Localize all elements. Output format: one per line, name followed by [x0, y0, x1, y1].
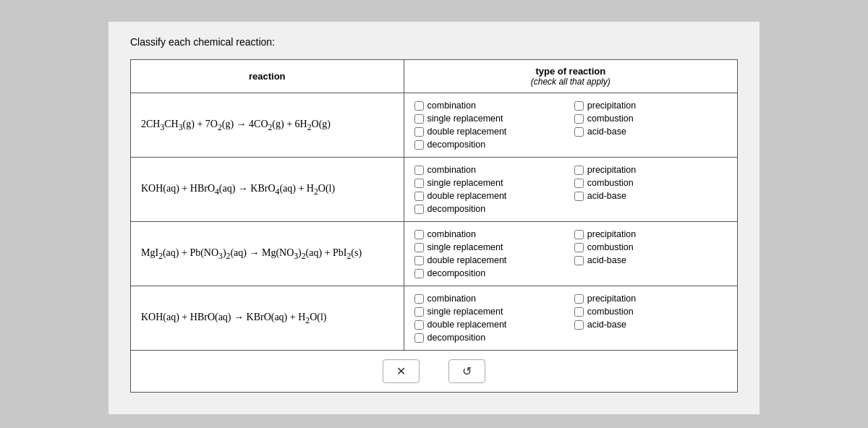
checkbox-item-4-right-2: acid-base	[574, 320, 727, 330]
checkbox-label-3-combination: combination	[427, 229, 476, 239]
undo-button[interactable]: ↺	[448, 359, 485, 383]
checkbox-label-4-double replacement: double replacement	[427, 320, 507, 330]
reaction-cell-4: KOH(aq) + HBrO(aq) → KBrO(aq) + H2O(l)	[131, 286, 404, 351]
checkboxes-cell-3: combinationprecipitationsingle replaceme…	[404, 222, 737, 286]
table-row: 2CH3CH3(g) + 7O2(g) → 4CO2(g) + 6H2O(g)c…	[131, 93, 738, 158]
checkboxes-cell-1: combinationprecipitationsingle replaceme…	[404, 93, 737, 158]
checkbox-4-combination[interactable]	[414, 294, 424, 304]
checkbox-4-acid-base[interactable]	[574, 320, 584, 330]
checkbox-2-combination[interactable]	[414, 166, 424, 175]
checkbox-item-3-right-2: acid-base	[574, 255, 727, 265]
checkbox-item-1-left-0: combination	[414, 100, 567, 111]
checkbox-label-1-acid-base: acid-base	[587, 127, 626, 137]
checkbox-1-decomposition[interactable]	[414, 140, 424, 150]
checkbox-4-decomposition[interactable]	[414, 333, 424, 343]
checkbox-3-combustion[interactable]	[574, 243, 584, 252]
page-title: Classify each chemical reaction:	[130, 36, 738, 48]
checkbox-label-2-combination: combination	[427, 165, 476, 175]
checkbox-label-2-precipitation: precipitation	[587, 165, 636, 175]
checkbox-3-combination[interactable]	[414, 230, 424, 239]
page-container: Classify each chemical reaction: reactio…	[109, 22, 760, 414]
checkbox-item-2-right-1: combustion	[574, 178, 727, 188]
checkbox-1-double replacement[interactable]	[414, 127, 424, 137]
checkbox-label-3-acid-base: acid-base	[587, 255, 626, 265]
reaction-cell-3: MgI2(aq) + Pb(NO3)2(aq) → Mg(NO3)2(aq) +…	[131, 222, 404, 286]
checkbox-4-precipitation[interactable]	[574, 294, 584, 304]
reaction-cell-1: 2CH3CH3(g) + 7O2(g) → 4CO2(g) + 6H2O(g)	[131, 93, 404, 158]
checkbox-2-combustion[interactable]	[574, 179, 584, 188]
checkbox-label-4-decomposition: decomposition	[427, 333, 486, 343]
checkbox-label-4-precipitation: precipitation	[587, 294, 636, 304]
checkbox-item-3-left-0: combination	[414, 229, 567, 239]
checkbox-item-4-left-3: decomposition	[414, 333, 567, 343]
checkbox-1-single replacement[interactable]	[414, 114, 424, 124]
checkbox-label-2-acid-base: acid-base	[587, 191, 626, 201]
checkbox-item-4-right-1: combustion	[574, 307, 727, 317]
checkbox-item-1-left-2: double replacement	[414, 127, 567, 137]
checkbox-4-double replacement[interactable]	[414, 320, 424, 330]
checkbox-item-1-left-3: decomposition	[414, 140, 567, 150]
checkbox-item-4-left-1: single replacement	[414, 307, 567, 317]
checkbox-item-4-right-0: precipitation	[574, 294, 727, 304]
checkbox-label-2-combustion: combustion	[587, 178, 634, 188]
checkbox-item-2-left-1: single replacement	[414, 178, 567, 188]
checkbox-item-3-right-0: precipitation	[574, 229, 727, 239]
checkbox-1-precipitation[interactable]	[574, 101, 584, 111]
checkboxes-cell-2: combinationprecipitationsingle replaceme…	[404, 158, 737, 222]
checkbox-1-combination[interactable]	[414, 101, 424, 111]
reaction-cell-2: KOH(aq) + HBrO4(aq) → KBrO4(aq) + H2O(l)	[131, 158, 404, 222]
checkbox-3-decomposition[interactable]	[414, 269, 424, 278]
checkbox-label-2-decomposition: decomposition	[427, 204, 486, 214]
checkbox-label-4-single replacement: single replacement	[427, 307, 503, 317]
checkbox-label-2-double replacement: double replacement	[427, 191, 507, 201]
table-row: KOH(aq) + HBrO(aq) → KBrO(aq) + H2O(l)co…	[131, 286, 738, 351]
checkbox-label-3-precipitation: precipitation	[587, 229, 636, 239]
type-header-line2: (check all that apply)	[414, 77, 727, 87]
table-row: MgI2(aq) + Pb(NO3)2(aq) → Mg(NO3)2(aq) +…	[131, 222, 738, 286]
checkbox-2-double replacement[interactable]	[414, 192, 424, 201]
checkbox-item-3-left-1: single replacement	[414, 242, 567, 252]
checkbox-label-1-combustion: combustion	[587, 114, 634, 124]
checkbox-2-decomposition[interactable]	[414, 205, 424, 214]
checkbox-2-acid-base[interactable]	[574, 192, 584, 201]
checkbox-label-3-double replacement: double replacement	[427, 255, 507, 265]
checkbox-label-1-single replacement: single replacement	[427, 114, 503, 124]
x-button[interactable]: ✕	[383, 359, 420, 383]
checkbox-1-combustion[interactable]	[574, 114, 584, 124]
checkbox-label-3-decomposition: decomposition	[427, 268, 486, 278]
checkbox-3-single replacement[interactable]	[414, 243, 424, 252]
checkbox-item-4-left-2: double replacement	[414, 320, 567, 330]
checkbox-2-precipitation[interactable]	[574, 166, 584, 175]
checkbox-1-acid-base[interactable]	[574, 127, 584, 137]
checkbox-label-1-precipitation: precipitation	[587, 100, 636, 111]
checkbox-4-single replacement[interactable]	[414, 307, 424, 317]
checkbox-3-acid-base[interactable]	[574, 256, 584, 265]
checkbox-item-4-left-0: combination	[414, 294, 567, 304]
checkbox-label-4-acid-base: acid-base	[587, 320, 626, 330]
checkbox-item-1-right-0: precipitation	[574, 100, 727, 111]
bottom-action-row: ✕ ↺	[130, 351, 738, 393]
checkbox-item-2-left-2: double replacement	[414, 191, 567, 201]
checkbox-2-single replacement[interactable]	[414, 179, 424, 188]
checkbox-item-3-left-2: double replacement	[414, 255, 567, 265]
checkboxes-cell-4: combinationprecipitationsingle replaceme…	[404, 286, 737, 351]
checkbox-label-2-single replacement: single replacement	[427, 178, 503, 188]
reaction-column-header: reaction	[131, 60, 404, 93]
checkbox-label-1-double replacement: double replacement	[427, 127, 507, 137]
checkbox-label-1-decomposition: decomposition	[427, 140, 486, 150]
checkbox-4-combustion[interactable]	[574, 307, 584, 317]
checkbox-item-3-left-3: decomposition	[414, 268, 567, 278]
checkbox-item-2-right-2: acid-base	[574, 191, 727, 201]
main-table: reaction type of reaction (check all tha…	[130, 59, 738, 351]
type-header-line1: type of reaction	[414, 66, 727, 77]
checkbox-item-2-left-3: decomposition	[414, 204, 567, 214]
checkbox-label-4-combustion: combustion	[587, 307, 634, 317]
checkbox-3-double replacement[interactable]	[414, 256, 424, 265]
checkbox-label-3-single replacement: single replacement	[427, 242, 503, 252]
checkbox-label-3-combustion: combustion	[587, 242, 634, 252]
checkbox-3-precipitation[interactable]	[574, 230, 584, 239]
checkbox-item-2-left-0: combination	[414, 165, 567, 175]
table-row: KOH(aq) + HBrO4(aq) → KBrO4(aq) + H2O(l)…	[131, 158, 738, 222]
checkbox-item-1-left-1: single replacement	[414, 114, 567, 124]
checkbox-item-3-right-1: combustion	[574, 242, 727, 252]
